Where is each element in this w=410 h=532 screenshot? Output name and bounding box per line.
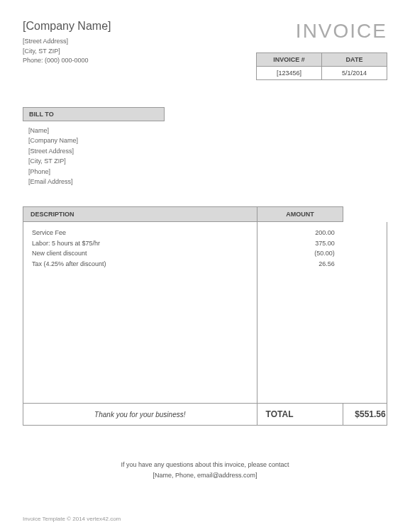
- company-block: [Company Name] [Street Address] [City, S…: [23, 20, 111, 66]
- line-table: DESCRIPTION AMOUNT Service FeeLabor: 5 h…: [23, 206, 387, 426]
- billto-phone: [Phone]: [28, 167, 382, 177]
- billto-street: [Street Address]: [28, 146, 382, 156]
- amount-list: 200.00375.00(50.00)26.56: [266, 222, 335, 403]
- billto-body: [Name] [Company Name] [Street Address] […: [23, 121, 387, 191]
- company-phone: Phone: (000) 000-0000: [23, 56, 111, 66]
- line-item-desc: New client discount: [32, 248, 248, 258]
- company-name: [Company Name]: [23, 20, 111, 33]
- questions-line2: [Name, Phone, email@address.com]: [23, 470, 387, 480]
- billto-header: BILL TO: [23, 107, 165, 121]
- line-item-desc: Service Fee: [32, 228, 248, 238]
- thanks-text: Thank you for your business!: [32, 411, 248, 419]
- billto-company: [Company Name]: [28, 135, 382, 145]
- company-street: [Street Address]: [23, 37, 111, 47]
- line-item-amount: (50.00): [266, 248, 335, 258]
- line-item-amount: 375.00: [266, 238, 335, 248]
- total-currency: $: [352, 409, 360, 419]
- meta-table: INVOICE # DATE [123456] 5/1/2014: [256, 52, 387, 80]
- line-item-desc: Labor: 5 hours at $75/hr: [32, 238, 248, 248]
- invoice-title: INVOICE: [256, 20, 387, 43]
- meta-invoice-num-label: INVOICE #: [257, 53, 322, 67]
- meta-date-label: DATE: [322, 53, 387, 67]
- billto-name: [Name]: [28, 126, 382, 135]
- billto-city: [City, ST ZIP]: [28, 156, 382, 166]
- meta-date: 5/1/2014: [322, 67, 387, 80]
- line-item-amount: 26.56: [266, 259, 335, 269]
- company-city: [City, ST ZIP]: [23, 47, 111, 57]
- questions-block: If you have any questions about this inv…: [23, 460, 387, 480]
- footer-credit: Invoice Template © 2014 vertex42.com: [23, 516, 121, 522]
- title-meta-block: INVOICE INVOICE # DATE [123456] 5/1/2014: [256, 20, 387, 80]
- col-description: DESCRIPTION: [23, 207, 257, 222]
- header-row: [Company Name] [Street Address] [City, S…: [23, 20, 387, 80]
- billto-email: [Email Address]: [28, 177, 382, 187]
- line-item-amount: 200.00: [266, 228, 335, 238]
- total-label: TOTAL: [266, 409, 335, 419]
- questions-line1: If you have any questions about this inv…: [23, 460, 387, 470]
- total-amount: 551.56: [360, 409, 386, 419]
- line-body-row: Service FeeLabor: 5 hours at $75/hrNew c…: [23, 222, 387, 404]
- total-row: Thank you for your business! TOTAL $ 551…: [23, 404, 387, 426]
- col-amount: AMOUNT: [257, 207, 343, 222]
- line-item-desc: Tax (4.25% after discount): [32, 259, 248, 269]
- line-list: Service FeeLabor: 5 hours at $75/hrNew c…: [32, 222, 248, 403]
- meta-invoice-num: [123456]: [257, 67, 322, 80]
